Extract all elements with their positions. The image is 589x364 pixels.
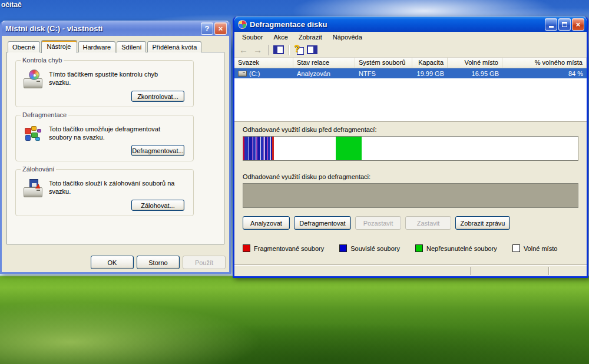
close-button[interactable]: ×	[214, 22, 227, 35]
legend-swatch	[243, 244, 250, 252]
group-title: Kontrola chyb	[21, 57, 64, 64]
column-header-svazek[interactable]: Svazek	[234, 58, 293, 68]
apply-button[interactable]: Použít	[183, 256, 226, 269]
group-description: Tímto tlačítkem spustíte kontrolu chyb s…	[49, 70, 176, 87]
usage-after-label: Odhadované využití disku po defragmentac…	[243, 173, 578, 180]
backup-group: Zálohování Toto tlačítko slouží k záloho…	[15, 169, 194, 216]
listview-header: Svazek Stav relace Systém souborů Kapaci…	[234, 58, 587, 68]
defrag-icon	[24, 125, 45, 144]
backup-now-button[interactable]: Zálohovat...	[131, 200, 184, 211]
status-cell: Analyzován	[293, 70, 355, 77]
defrag-window-title: Defragmentace disku	[250, 20, 545, 29]
usage-after-bar	[243, 183, 578, 208]
toolbar-separator	[289, 45, 289, 55]
free-pct-cell: 84 %	[502, 70, 587, 77]
toolbar-separator	[268, 45, 269, 55]
properties-dialog-body: Obecné Nástroje Hardware Sdílení Přiděle…	[2, 36, 229, 273]
defrag-panel: Odhadované využití disku před defragment…	[234, 122, 587, 264]
filesystem-cell: NTFS	[355, 70, 412, 77]
legend-label: Nepřesunutelné soubory	[426, 245, 497, 252]
tab-obecne[interactable]: Obecné	[8, 41, 40, 52]
cancel-button[interactable]: Storno	[137, 256, 180, 269]
legend-item: Souvislé soubory	[339, 244, 400, 252]
background-window-title-fragment: očítač	[1, 1, 22, 9]
legend-label: Souvislé soubory	[350, 245, 400, 252]
drive-icon	[238, 71, 247, 77]
group-title: Zálohování	[21, 166, 56, 173]
menu-soubor[interactable]: Soubor	[237, 32, 268, 42]
column-header-stav-relace[interactable]: Stav relace	[293, 58, 355, 68]
tab-hardware[interactable]: Hardware	[78, 41, 116, 52]
disk-defragmenter-window: Defragmentace disku × Soubor Akce Zobraz…	[233, 16, 588, 278]
backup-icon	[24, 180, 45, 198]
volume-name: (C:)	[249, 70, 260, 77]
defrag-action-button[interactable]: Zobrazit zprávu	[455, 216, 510, 230]
dialog-footer: OK Storno Použít	[91, 256, 226, 269]
back-arrow-icon[interactable]: ←	[238, 45, 249, 54]
properties-titlebar[interactable]: Místní disk (C:) - vlastnosti ? ×	[2, 21, 229, 36]
free-space-cell: 16.95 GB	[448, 70, 502, 77]
menu-napoveda[interactable]: Nápověda	[327, 32, 368, 42]
legend-item: Fragmentované soubory	[243, 244, 324, 252]
forward-arrow-icon[interactable]: →	[252, 45, 263, 54]
maximize-button[interactable]	[558, 18, 571, 31]
legend-swatch	[512, 244, 520, 252]
legend-label: Volné místo	[524, 245, 557, 252]
minimize-button[interactable]	[545, 18, 557, 31]
menu-zobrazit[interactable]: Zobrazit	[293, 32, 327, 42]
properties-dialog-title: Místní disk (C:) - vlastnosti	[5, 24, 201, 33]
statusbar-divider	[548, 267, 549, 275]
volume-cell: (C:)	[234, 70, 293, 77]
tab-nastroje[interactable]: Nástroje	[41, 40, 77, 53]
toolbar: ← → ?	[234, 42, 587, 58]
usage-before-label: Odhadované využití disku před defragment…	[243, 126, 578, 133]
defrag-action-button[interactable]: Analyzovat	[243, 216, 290, 230]
legend-swatch	[339, 244, 347, 252]
help-icon[interactable]: ?	[294, 45, 304, 55]
ok-button[interactable]: OK	[91, 256, 134, 269]
legend-item: Nepřesunutelné soubory	[415, 244, 497, 252]
action-button-row: Analyzovat Defragmentovat Pozastavit Zas…	[243, 216, 578, 230]
legend: Fragmentované soubory Souvislé soubory N…	[243, 244, 578, 252]
tools-tab-page: Kontrola chyb Tímto tlačítkem spustíte k…	[6, 52, 224, 244]
defrag-action-button[interactable]: Pozastavit	[355, 216, 401, 230]
column-header-system-souboru[interactable]: Systém souborů	[355, 58, 412, 68]
show-action-pane-icon[interactable]	[307, 45, 317, 54]
column-header-kapacita[interactable]: Kapacita	[412, 58, 448, 68]
group-title: Defragmentace	[21, 111, 68, 118]
capacity-cell: 19.99 GB	[412, 70, 448, 77]
column-header-pct-volneho-mista[interactable]: % volného místa	[502, 58, 587, 68]
column-header-volne-misto[interactable]: Volné místo	[448, 58, 502, 68]
defragment-now-button[interactable]: Defragmentovat...	[131, 145, 184, 156]
volumes-listview: Svazek Stav relace Systém souborů Kapaci…	[234, 58, 587, 122]
tab-pridelena-kvota[interactable]: Přidělená kvóta	[147, 41, 201, 52]
show-console-tree-icon[interactable]	[273, 45, 284, 54]
group-description: Toto tlačítko umožňuje defragmentovat so…	[49, 125, 176, 141]
legend-item: Volné místo	[512, 244, 557, 252]
usage-before-stripes	[243, 137, 578, 160]
tab-sdileni[interactable]: Sdílení	[117, 41, 146, 52]
properties-tab-strip: Obecné Nástroje Hardware Sdílení Přiděle…	[8, 39, 224, 52]
error-checking-group: Kontrola chyb Tímto tlačítkem spustíte k…	[15, 60, 194, 107]
legend-swatch	[415, 244, 423, 252]
desktop-wallpaper: očítač Místní disk (C:) - vlastnosti ? ×…	[0, 0, 589, 364]
defrag-action-button[interactable]: Zastavit	[405, 216, 451, 230]
statusbar-divider	[470, 267, 471, 275]
group-description: Toto tlačítko slouží k zálohování soubor…	[49, 179, 176, 196]
volume-row-c[interactable]: (C:) Analyzován NTFS 19.99 GB 16.95 GB 8…	[234, 68, 587, 78]
disk-properties-dialog: Místní disk (C:) - vlastnosti ? × Obecné…	[0, 21, 231, 274]
legend-label: Fragmentované soubory	[254, 245, 324, 252]
defragmenter-app-icon	[238, 20, 247, 29]
usage-before-bar	[243, 136, 578, 161]
defrag-action-button[interactable]: Defragmentovat	[294, 216, 351, 230]
status-bar	[234, 264, 587, 276]
menu-bar: Soubor Akce Zobrazit Nápověda	[234, 32, 587, 42]
close-button[interactable]: ×	[572, 18, 584, 31]
menu-akce[interactable]: Akce	[268, 32, 293, 42]
usage-before-green-block	[336, 137, 362, 160]
context-help-button[interactable]: ?	[201, 22, 213, 35]
check-now-button[interactable]: Zkontrolovat...	[131, 91, 184, 102]
disk-check-icon	[24, 71, 45, 90]
defrag-titlebar[interactable]: Defragmentace disku ×	[234, 16, 587, 32]
defragmentation-group: Defragmentace Toto tlačítko umožňuje def…	[15, 115, 194, 161]
